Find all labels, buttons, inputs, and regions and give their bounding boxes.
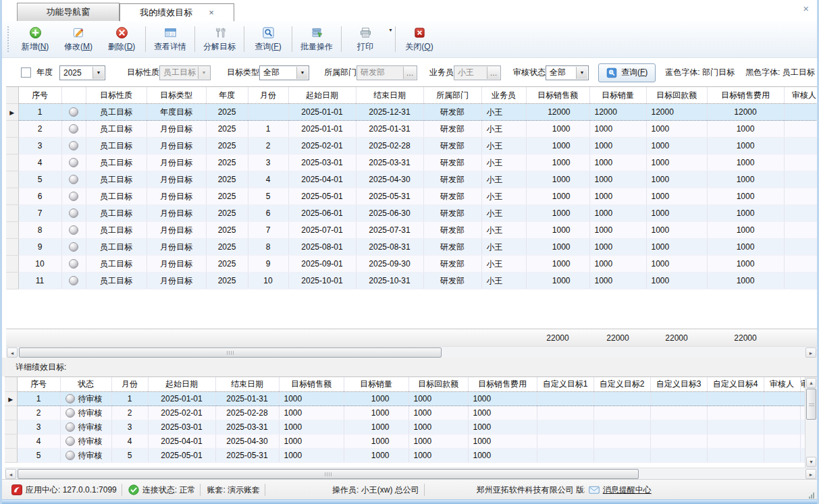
cell[interactable] bbox=[248, 104, 288, 121]
column-header[interactable]: 起始日期 bbox=[148, 377, 215, 392]
table-row[interactable]: 3待审核32025-03-012025-03-31100010001000100… bbox=[5, 420, 817, 435]
cell[interactable]: 年度目标 bbox=[147, 104, 206, 121]
cell[interactable] bbox=[784, 171, 817, 188]
cell[interactable]: 1000 bbox=[526, 188, 589, 205]
column-header[interactable]: 目标回款额 bbox=[646, 87, 707, 104]
column-header[interactable]: 结束日期 bbox=[356, 87, 423, 104]
cell[interactable]: 1000 bbox=[344, 449, 408, 463]
cell[interactable] bbox=[784, 222, 817, 239]
cell[interactable] bbox=[593, 392, 650, 406]
cell[interactable]: 待审核 bbox=[60, 406, 111, 420]
table-row[interactable]: 4待审核42025-04-012025-04-30100010001000100… bbox=[5, 435, 817, 449]
main-horizontal-scrollbar[interactable]: ◄ ► bbox=[6, 346, 817, 358]
cell[interactable]: 小王 bbox=[481, 273, 526, 289]
table-row[interactable]: 10员工目标月份目标202592025-09-012025-09-30研发部小王… bbox=[6, 256, 817, 273]
cell[interactable]: 2025-04-01 bbox=[148, 435, 215, 449]
cell[interactable] bbox=[707, 420, 764, 435]
column-header[interactable]: 序号 bbox=[18, 87, 61, 104]
cell[interactable]: 1000 bbox=[468, 420, 537, 435]
table-row[interactable]: 11员工目标月份目标2025102025-10-012025-10-31研发部小… bbox=[6, 273, 817, 289]
cell[interactable]: 11 bbox=[18, 273, 61, 289]
cell[interactable]: 月份目标 bbox=[147, 121, 206, 138]
cell[interactable]: 待审核 bbox=[60, 435, 111, 449]
table-row[interactable]: 9员工目标月份目标202582025-08-012025-08-31研发部小王1… bbox=[6, 239, 817, 256]
cell[interactable]: 3 bbox=[17, 420, 60, 435]
cell[interactable] bbox=[61, 171, 86, 188]
cell[interactable]: 小王 bbox=[481, 121, 526, 138]
cell[interactable]: 7 bbox=[18, 205, 61, 222]
cell[interactable]: 研发部 bbox=[423, 188, 481, 205]
column-header[interactable]: 业务员 bbox=[481, 87, 526, 104]
message-center-link[interactable]: 消息提醒中心 bbox=[603, 484, 652, 496]
ellipsis-button[interactable]: … bbox=[487, 67, 500, 79]
column-header[interactable]: 目标回款额 bbox=[408, 377, 468, 392]
cell[interactable]: 1000 bbox=[526, 256, 589, 273]
cell[interactable]: 1000 bbox=[589, 121, 646, 138]
cell[interactable] bbox=[61, 188, 86, 205]
cell[interactable] bbox=[764, 449, 800, 463]
column-header[interactable]: 所属部门 bbox=[423, 87, 481, 104]
column-header[interactable]: 自定义目标4 bbox=[707, 377, 764, 392]
cell[interactable]: 8 bbox=[248, 239, 288, 256]
cell[interactable] bbox=[707, 406, 764, 420]
column-header[interactable]: 审核人 bbox=[764, 377, 800, 392]
cell[interactable]: 1000 bbox=[408, 392, 468, 406]
scrollbar-thumb[interactable] bbox=[806, 389, 816, 420]
toolbar-button-print[interactable]: 打印▼ bbox=[344, 21, 393, 57]
cell[interactable]: 1000 bbox=[646, 121, 707, 138]
cell[interactable]: 1000 bbox=[408, 435, 468, 449]
tab-my-performance-targets[interactable]: 我的绩效目标 × bbox=[120, 3, 234, 22]
cell[interactable]: 1000 bbox=[646, 188, 707, 205]
cell[interactable]: 1000 bbox=[468, 392, 537, 406]
cell[interactable]: 员工目标 bbox=[86, 104, 147, 121]
cell[interactable] bbox=[61, 256, 86, 273]
cell[interactable]: 小王 bbox=[481, 188, 526, 205]
detail-horizontal-scrollbar[interactable]: ◄ ► bbox=[5, 468, 817, 479]
cell[interactable]: 1000 bbox=[526, 205, 589, 222]
table-row[interactable]: 3员工目标月份目标202522025-02-012025-02-28研发部小王1… bbox=[6, 138, 817, 155]
cell[interactable]: 小王 bbox=[481, 138, 526, 155]
cell[interactable]: 员工目标 bbox=[86, 205, 147, 222]
cell[interactable] bbox=[784, 188, 817, 205]
cell[interactable]: 10 bbox=[18, 256, 61, 273]
cell[interactable] bbox=[593, 449, 650, 463]
cell[interactable]: 2 bbox=[18, 121, 61, 138]
cell[interactable]: 月份目标 bbox=[147, 239, 206, 256]
table-row[interactable]: 2待审核22025-02-012025-02-28100010001000100… bbox=[5, 406, 817, 420]
cell[interactable] bbox=[61, 104, 86, 121]
cell[interactable] bbox=[61, 205, 86, 222]
cell[interactable]: 1000 bbox=[646, 222, 707, 239]
cell[interactable]: 1000 bbox=[707, 188, 784, 205]
cell[interactable]: 1000 bbox=[707, 138, 784, 155]
cell[interactable] bbox=[61, 273, 86, 289]
cell[interactable]: 1000 bbox=[279, 435, 344, 449]
cell[interactable]: 2025-12-31 bbox=[356, 104, 423, 121]
cell[interactable]: 4 bbox=[18, 155, 61, 171]
cell[interactable]: 月份目标 bbox=[147, 188, 206, 205]
cell[interactable]: 员工目标 bbox=[86, 121, 147, 138]
cell[interactable]: 2025 bbox=[206, 239, 248, 256]
cell[interactable]: 2 bbox=[17, 406, 60, 420]
cell[interactable]: 1 bbox=[17, 392, 60, 406]
cell[interactable]: 10 bbox=[248, 273, 288, 289]
cell[interactable]: 1000 bbox=[526, 222, 589, 239]
cell[interactable]: 2025-03-31 bbox=[356, 155, 423, 171]
cell[interactable]: 2025 bbox=[206, 188, 248, 205]
chevron-down-icon[interactable]: ▼ bbox=[93, 67, 104, 79]
scroll-right-icon[interactable]: ► bbox=[805, 469, 816, 479]
year-select[interactable]: 2025 ▼ bbox=[59, 65, 105, 80]
scroll-right-icon[interactable]: ► bbox=[805, 347, 816, 358]
cell[interactable]: 2025-05-31 bbox=[356, 188, 423, 205]
cell[interactable]: 员工目标 bbox=[86, 239, 147, 256]
cell[interactable] bbox=[593, 420, 650, 435]
cell[interactable]: 5 bbox=[18, 171, 61, 188]
cell[interactable]: 6 bbox=[248, 205, 288, 222]
scroll-down-icon[interactable]: ▼ bbox=[806, 457, 816, 467]
column-header[interactable]: 月份 bbox=[248, 87, 288, 104]
scroll-up-icon[interactable]: ▲ bbox=[806, 378, 816, 388]
cell[interactable]: 2025-04-30 bbox=[215, 435, 279, 449]
cell[interactable]: 2025-03-31 bbox=[215, 420, 279, 435]
chevron-down-icon[interactable]: ▼ bbox=[576, 67, 587, 79]
audit-status-select[interactable]: 全部 ▼ bbox=[546, 65, 589, 80]
statusbar-item[interactable]: 消息提醒中心 bbox=[589, 484, 652, 496]
